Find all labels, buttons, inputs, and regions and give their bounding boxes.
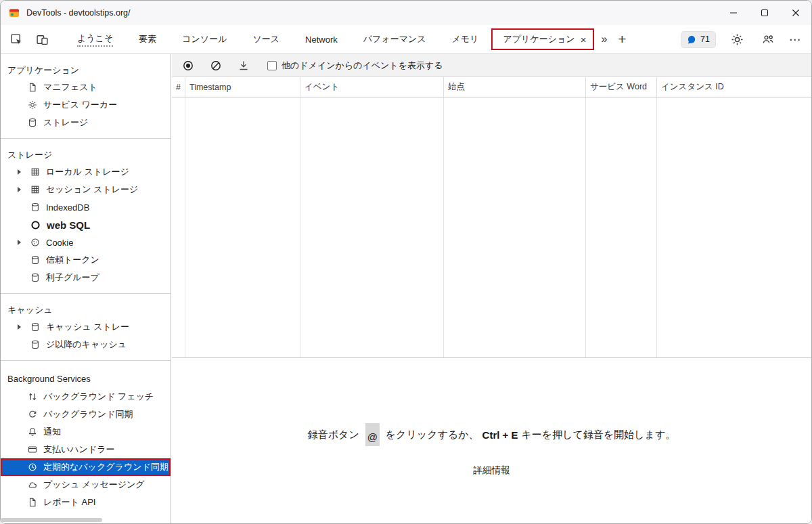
tab-application[interactable]: アプリケーション × xyxy=(491,28,594,50)
settings-gear-icon[interactable] xyxy=(727,29,747,49)
sidebar-item-label: バックグラウンド フェッチ xyxy=(43,391,154,403)
sidebar-section-storage: ストレージ ローカル ストレージ セッション ストレージ IndexedDB w… xyxy=(1,139,171,294)
show-other-domains-checkbox[interactable] xyxy=(267,61,277,70)
sync-icon xyxy=(28,410,37,419)
sidebar-horizontal-scrollbar[interactable] xyxy=(1,518,170,522)
expand-triangle-icon[interactable] xyxy=(18,240,21,245)
more-options-icon[interactable]: ⋯ xyxy=(789,32,800,47)
sidebar-item-periodic-background-sync[interactable]: 定期的なバックグラウンド同期 xyxy=(1,458,171,476)
device-emulation-icon[interactable] xyxy=(32,29,52,49)
more-tabs-chevron-icon[interactable]: » xyxy=(601,33,607,45)
sidebar-item-background-fetch[interactable]: バックグラウンド フェッチ xyxy=(1,388,171,406)
sidebar-item-payment-handler[interactable]: 支払いハンドラー xyxy=(1,441,171,458)
bell-icon xyxy=(28,427,37,437)
tab-strip: ようこそ 要素 コンソール ソース Network パフォーマンス メモリ アプ… xyxy=(64,25,594,53)
tab-welcome[interactable]: ようこそ xyxy=(64,25,126,53)
close-button[interactable] xyxy=(780,1,811,25)
feedback-badge[interactable]: 71 xyxy=(681,31,716,48)
events-table-header: # Timestamp イベント 始点 サービス Word インスタンス ID xyxy=(172,77,811,97)
column-header-instance-id[interactable]: インスタンス ID xyxy=(657,77,811,97)
sidebar-item-back-forward-cache[interactable]: ジ以降のキャッシュ xyxy=(1,336,171,353)
sidebar-item-web-sql[interactable]: web SQL xyxy=(1,216,171,234)
column-header-origin[interactable]: 始点 xyxy=(444,77,586,97)
tab-performance[interactable]: パフォーマンス xyxy=(351,25,439,53)
table-column xyxy=(172,97,185,357)
sidebar-section-background-services: Background Services バックグラウンド フェッチ バックグラウ… xyxy=(1,361,171,518)
sidebar-item-label: マニフェスト xyxy=(43,81,97,93)
sidebar-item-label: ジ以降のキャッシュ xyxy=(46,339,127,351)
sidebar-item-label: サービス ワーカー xyxy=(43,99,117,111)
download-icon-button[interactable] xyxy=(235,58,252,74)
scrollbar-thumb[interactable] xyxy=(1,518,102,522)
maximize-button[interactable] xyxy=(749,1,780,25)
tabbar-right-cluster: 71 ⋯ xyxy=(681,29,800,49)
column-header-timestamp[interactable]: Timestamp xyxy=(185,77,300,97)
sidebar-item-indexeddb[interactable]: IndexedDB xyxy=(1,198,171,216)
column-header-number[interactable]: # xyxy=(172,77,185,97)
column-header-event[interactable]: イベント xyxy=(300,77,444,97)
sidebar-item-interest-groups[interactable]: 利子グループ xyxy=(1,269,171,286)
message-suffix: キーを押して録音を開始します。 xyxy=(522,429,676,441)
sidebar-item-label: 利子グループ xyxy=(46,271,99,284)
devtools-app-icon xyxy=(9,7,20,18)
devtools-window: DevTools - devtoolstips.org/ ようこそ 要素 コンソ… xyxy=(0,0,812,524)
sidebar-item-label: 支払いハンドラー xyxy=(43,443,115,456)
events-table-body xyxy=(172,97,811,358)
section-title: キャッシュ xyxy=(1,302,171,318)
minimize-button[interactable] xyxy=(718,1,749,25)
sidebar-item-label: バックグラウンド同期 xyxy=(43,408,133,420)
tab-console[interactable]: コンソール xyxy=(169,25,240,53)
tab-memory[interactable]: メモリ xyxy=(439,25,492,53)
clear-button[interactable] xyxy=(208,58,224,74)
sidebar-item-label: 定期的なバックグラウンド同期 xyxy=(43,461,168,473)
clock-icon xyxy=(28,462,37,472)
expand-triangle-icon[interactable] xyxy=(18,324,21,330)
record-button[interactable] xyxy=(180,58,196,74)
expand-triangle-icon[interactable] xyxy=(18,169,21,175)
tab-network[interactable]: Network xyxy=(292,25,351,53)
sidebar-item-label: web SQL xyxy=(47,219,90,231)
sidebar-item-push-messaging[interactable]: プッシュ メッセージング xyxy=(1,476,171,494)
document-icon xyxy=(28,83,37,92)
table-grid-icon xyxy=(30,167,40,177)
add-tab-button[interactable]: + xyxy=(618,31,626,47)
database-icon xyxy=(30,255,40,265)
cloud-icon xyxy=(28,480,37,489)
tab-elements[interactable]: 要素 xyxy=(126,25,169,53)
tab-sources[interactable]: ソース xyxy=(240,25,292,53)
broken-image-placeholder: @ xyxy=(365,423,380,446)
close-tab-icon[interactable]: × xyxy=(581,34,587,45)
window-controls xyxy=(718,1,811,25)
sidebar-item-label: ストレージ xyxy=(43,116,88,129)
sidebar-item-cookies[interactable]: Cookie xyxy=(1,234,171,251)
sidebar-item-manifest[interactable]: マニフェスト xyxy=(1,79,171,96)
tab-label: メモリ xyxy=(452,33,479,45)
sidebar-item-reporting-api[interactable]: レポート API xyxy=(1,494,171,511)
sidebar-item-label: IndexedDB xyxy=(46,202,89,213)
document-icon xyxy=(28,498,37,507)
inspect-element-icon[interactable] xyxy=(6,29,26,49)
column-header-service-worker[interactable]: サービス Word xyxy=(586,77,657,97)
application-sidebar: アプリケーション マニフェスト サービス ワーカー ストレージ ストレージ ロー… xyxy=(1,54,171,523)
sidebar-item-cache-storage[interactable]: キャッシュ ストレー xyxy=(1,318,171,336)
section-title: アプリケーション xyxy=(1,62,171,79)
tab-label: ようこそ xyxy=(77,32,113,47)
sidebar-item-label: プッシュ メッセージング xyxy=(43,479,145,491)
section-title: Background Services xyxy=(1,369,171,388)
gear-icon xyxy=(28,100,37,110)
tab-label: アプリケーション xyxy=(503,33,574,45)
people-feedback-icon[interactable] xyxy=(758,29,778,49)
expand-triangle-icon[interactable] xyxy=(18,187,21,192)
sidebar-item-storage[interactable]: ストレージ xyxy=(1,114,171,131)
table-column xyxy=(657,97,811,357)
sidebar-item-label: Cookie xyxy=(46,238,73,248)
sidebar-item-notifications[interactable]: 通知 xyxy=(1,423,171,441)
empty-state: 録音ボタン @ をクリックするか、 Ctrl + E キーを押して録音を開始しま… xyxy=(172,358,811,477)
sidebar-item-local-storage[interactable]: ローカル ストレージ xyxy=(1,163,171,181)
sidebar-item-session-storage[interactable]: セッション ストレージ xyxy=(1,181,171,198)
learn-more-link[interactable]: 詳細情報 xyxy=(474,464,510,477)
sidebar-item-trust-tokens[interactable]: 信頼トークン xyxy=(1,251,171,269)
sidebar-item-background-sync[interactable]: バックグラウンド同期 xyxy=(1,406,171,423)
sidebar-item-service-workers[interactable]: サービス ワーカー xyxy=(1,96,171,114)
window-title: DevTools - devtoolstips.org/ xyxy=(26,8,131,18)
